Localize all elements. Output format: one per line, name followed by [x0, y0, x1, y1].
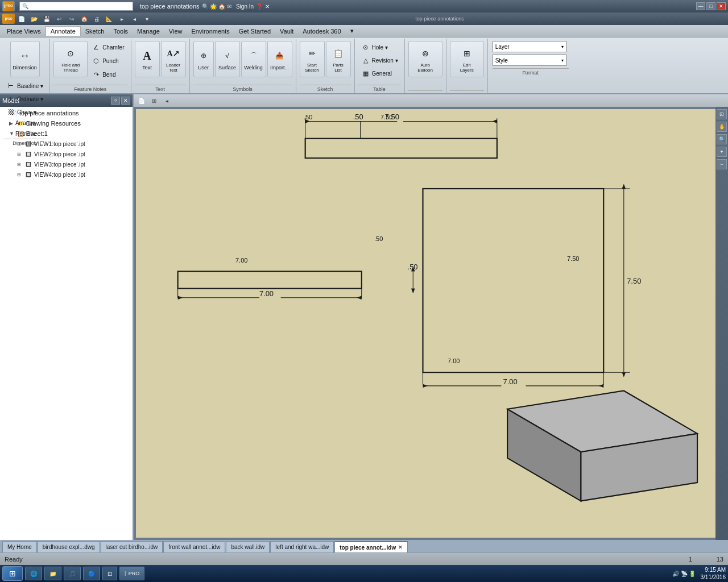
qa-properties[interactable]: 📐: [104, 14, 115, 24]
menu-view[interactable]: View: [164, 27, 187, 36]
sidebar-help-btn[interactable]: ?: [111, 97, 120, 105]
qa-redo[interactable]: ↪: [66, 14, 77, 24]
zoom-out-btn[interactable]: −: [717, 159, 727, 169]
close-icon[interactable]: ✕: [265, 3, 270, 10]
style-label: Style: [495, 57, 561, 64]
tab-toppiece[interactable]: top piece annot...idw ✕: [334, 541, 408, 552]
tab-leftright[interactable]: left and right wa...idw: [270, 541, 334, 552]
auto-balloon-btn[interactable]: ⊚ AutoBalloon: [408, 41, 442, 77]
tree-item-view2[interactable]: ⊞ 🔲 VIEW2:top piece'.ipt: [1, 149, 131, 159]
taskbar-unknown[interactable]: ⊡: [102, 567, 117, 580]
tree-item-view3[interactable]: ⊞ 🔲 VIEW3:top piece'.ipt: [1, 159, 131, 169]
bend-btn[interactable]: ↷Bend: [89, 68, 127, 81]
minimize-btn[interactable]: —: [696, 2, 705, 10]
edit-layers-icon: ⊞: [459, 45, 475, 61]
maximize-btn[interactable]: □: [706, 2, 715, 10]
user-btn[interactable]: ⊕ User: [193, 41, 214, 77]
tree-label: VIEW3:top piece'.ipt: [34, 161, 85, 168]
menu-vault[interactable]: Vault: [275, 27, 298, 36]
sidebar-close-btn[interactable]: ✕: [121, 97, 130, 105]
menu-placeviews[interactable]: Place Views: [2, 27, 46, 36]
canvas-page-icon[interactable]: 📄: [136, 95, 147, 106]
close-btn[interactable]: ✕: [717, 2, 726, 10]
right-toolbar: ⊡ ✋ 🔍 + −: [715, 107, 728, 540]
start-button[interactable]: ⊞: [2, 566, 23, 581]
sign-in-btn[interactable]: Sign In: [236, 3, 254, 10]
chain-btn[interactable]: ⛓Chain ▾: [3, 106, 46, 118]
tab-myhome[interactable]: My Home: [2, 541, 37, 552]
start-sketch-btn[interactable]: ✏ StartSketch: [300, 41, 325, 77]
import-btn[interactable]: 📥 Import...: [267, 41, 292, 77]
qa-open[interactable]: 📂: [28, 14, 40, 24]
tab-backwall[interactable]: back wall.idw: [226, 541, 270, 552]
baseline-btn[interactable]: ⊢Baseline ▾: [3, 80, 46, 92]
zoom-in-btn[interactable]: +: [717, 147, 727, 157]
leader-text-icon: A↗: [166, 45, 181, 61]
chamfer-btn[interactable]: ∠Chamfer: [89, 41, 127, 53]
taskbar-inventor[interactable]: I PRO: [119, 567, 144, 580]
taskbar-media[interactable]: 🎵: [64, 567, 81, 580]
qa-save[interactable]: 💾: [41, 14, 52, 24]
qa-forward[interactable]: ▸: [116, 14, 127, 24]
ordinate-btn[interactable]: ⊥Ordinate ▾: [3, 93, 46, 105]
edit-layers-btn[interactable]: ⊞ EditLayers: [450, 41, 484, 77]
app-icon[interactable]: IPRO: [2, 14, 15, 24]
parts-list-btn[interactable]: 📋 PartsList: [326, 41, 351, 77]
menu-getstarted[interactable]: Get Started: [234, 27, 275, 36]
zoom-btn[interactable]: 🔍: [717, 134, 727, 144]
arrange-btn[interactable]: Arrange: [13, 118, 39, 128]
tab-frontwall[interactable]: front wall annot...idw: [163, 541, 225, 552]
status-text: Ready: [5, 556, 23, 563]
tree-label: VIEW4:top piece'.ipt: [34, 172, 85, 178]
qa-back[interactable]: ◂: [129, 14, 140, 24]
menu-annotate[interactable]: Annotate: [46, 26, 81, 36]
hole-table-btn[interactable]: ⊙Hole ▾: [358, 41, 391, 53]
tab-birdhouse[interactable]: birdhouse expl...dwg: [38, 541, 100, 552]
tab-label: front wall annot...idw: [168, 544, 220, 550]
taskbar-chrome[interactable]: 🔵: [83, 567, 100, 580]
general-btn[interactable]: ▦General: [358, 67, 395, 80]
auto-balloon-icon: ⊚: [417, 45, 433, 61]
canvas-grid-icon[interactable]: ⊞: [148, 95, 160, 106]
chain-icon: ⛓: [6, 107, 15, 117]
pan-btn[interactable]: ✋: [717, 122, 727, 132]
view-icon: 🔲: [24, 149, 33, 159]
leader-text-btn[interactable]: A↗ LeaderText: [161, 41, 186, 77]
layer-dropdown[interactable]: Layer ▾: [493, 41, 566, 52]
canvas-area: 📄 ⊞ ◂ .50: [134, 94, 728, 540]
menu-manage[interactable]: Manage: [133, 27, 164, 36]
dimension-btn[interactable]: ↔ Dimension: [10, 41, 40, 77]
help-icon[interactable]: ❓: [256, 3, 263, 10]
drawing-canvas[interactable]: .50 7.50 .50: [136, 109, 726, 538]
qa-home[interactable]: 🏠: [78, 14, 90, 24]
menu-more[interactable]: ▾: [346, 26, 358, 36]
tab-lasercut[interactable]: laser cut birdho...idw: [101, 541, 163, 552]
hole-thread-btn[interactable]: ⊙ Hole andThread: [53, 41, 88, 77]
qa-more[interactable]: ▾: [141, 14, 152, 24]
titlebar-controls: — □ ✕: [696, 2, 726, 10]
text-btn[interactable]: A Text: [135, 41, 160, 77]
punch-btn[interactable]: ⬡Punch: [89, 55, 127, 67]
taskbar-ie[interactable]: 🌐: [25, 567, 42, 580]
search-bar[interactable]: 🔍: [19, 2, 133, 11]
menu-environments[interactable]: Environments: [187, 27, 234, 36]
qa-new[interactable]: 📄: [16, 14, 27, 24]
zoom-extent-btn[interactable]: ⊡: [717, 109, 727, 119]
surface-btn[interactable]: √ Surface: [215, 41, 240, 77]
qa-print[interactable]: 🖨: [91, 14, 102, 24]
taskbar-clock[interactable]: 9:15 AM 3/11/2016: [701, 566, 726, 581]
tab-close-btn[interactable]: ✕: [398, 544, 403, 550]
tab-label: left and right wa...idw: [275, 544, 329, 550]
style-dropdown[interactable]: Style ▾: [493, 55, 566, 66]
app-logo[interactable]: IPRO: [2, 1, 15, 11]
qa-undo[interactable]: ↩: [53, 14, 65, 24]
retrieve-btn[interactable]: Retrieve: [13, 129, 39, 139]
menu-tools[interactable]: Tools: [109, 27, 133, 36]
canvas-nav-back[interactable]: ◂: [161, 95, 172, 106]
welding-btn[interactable]: ⌒ Welding: [241, 41, 266, 77]
menu-sketch[interactable]: Sketch: [81, 27, 109, 36]
tree-item-view4[interactable]: ⊞ 🔲 VIEW4:top piece'.ipt: [1, 169, 131, 180]
menu-autodesk360[interactable]: Autodesk 360: [298, 27, 345, 36]
taskbar-explorer[interactable]: 📁: [44, 567, 61, 580]
revision-btn[interactable]: △Revision ▾: [358, 54, 401, 66]
